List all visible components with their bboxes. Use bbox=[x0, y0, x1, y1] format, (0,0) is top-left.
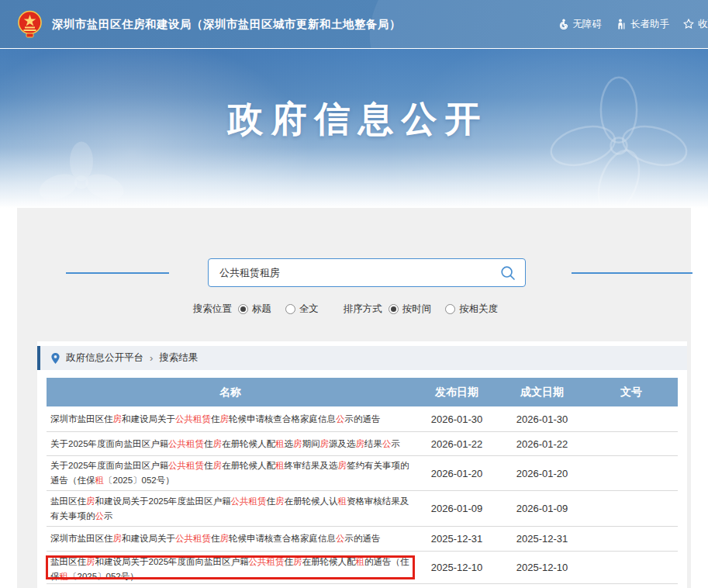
radio-unselected-icon[interactable] bbox=[285, 304, 295, 314]
column-header-name: 名称 bbox=[47, 386, 414, 399]
publish-date-cell: 2026-01-09 bbox=[414, 503, 499, 514]
star-icon bbox=[683, 19, 694, 29]
highlighted-keyword: 房 bbox=[213, 461, 223, 470]
result-title-cell: 关于2025年度面向盐田区户籍公共租赁住房在册轮候人配租终审结果及选房签约有关事… bbox=[47, 458, 414, 488]
written-date-cell: 2026-01-20 bbox=[499, 468, 585, 479]
decorative-line-left bbox=[66, 272, 169, 274]
filter-group-label: 排序方式 bbox=[344, 303, 382, 316]
result-title-link[interactable]: 关于2025年度面向盐田区户籍公共租赁住房在册轮候人配租选房期间房源及选房结果公… bbox=[50, 439, 400, 448]
highlighted-keyword: 公 bbox=[95, 511, 105, 521]
highlighted-keyword: 房 bbox=[275, 496, 285, 506]
highlighted-keyword: 公共租赁 bbox=[168, 439, 204, 448]
highlighted-keyword: 房 bbox=[86, 557, 95, 566]
search-icon[interactable] bbox=[500, 265, 516, 281]
result-title-link[interactable]: 盐田区住房和建设局关于2025年度面向盐田区户籍公共租赁住房在册轮候人配租的通告… bbox=[50, 557, 409, 581]
highlighted-keyword: 租 bbox=[60, 572, 69, 581]
breadcrumb-current: 搜索结果 bbox=[159, 351, 198, 365]
highlighted-keyword: 房 bbox=[220, 534, 230, 543]
highlighted-keyword: 公共租赁 bbox=[175, 534, 211, 543]
column-header-doc-number: 文号 bbox=[585, 386, 678, 399]
highlighted-keyword: 租 bbox=[95, 476, 105, 485]
header-link-label: 长者助手 bbox=[630, 18, 669, 31]
page-title: 政府信息公开 bbox=[0, 95, 708, 144]
table-row[interactable]: 深圳市盐田区住房和建设局关于公共租赁住房轮候申请核查合格家庭信息公示的通告202… bbox=[47, 527, 678, 552]
breadcrumb-root-link[interactable]: 政府信息公开平台 bbox=[66, 351, 143, 365]
table-row[interactable]: 关于2025年度面向盐田区户籍公共租赁住房在册轮候人配租终审结果及选房签约有关事… bbox=[47, 456, 678, 491]
radio-selected-icon[interactable] bbox=[238, 304, 248, 314]
radio-option-label: 按时间 bbox=[402, 303, 432, 316]
agency-title-link[interactable]: 深圳市盐田区住房和建设局（深圳市盐田区城市更新和土地整备局） bbox=[52, 17, 401, 32]
radio-selected-icon[interactable] bbox=[389, 304, 399, 314]
page: 深圳市盐田区住房和建设局（深圳市盐田区城市更新和土地整备局） 无障碍长者助手收藏 bbox=[0, 0, 708, 588]
highlighted-keyword: 租 bbox=[275, 439, 285, 448]
header-link-accessibility[interactable]: 无障碍 bbox=[558, 18, 603, 31]
radio-option[interactable]: 按时间 bbox=[389, 303, 432, 316]
radio-unselected-icon[interactable] bbox=[445, 304, 455, 314]
national-emblem-icon bbox=[17, 10, 43, 39]
written-date-cell: 2026-01-09 bbox=[499, 503, 585, 514]
location-pin-icon bbox=[51, 353, 60, 364]
table-row[interactable]: 盐田区住房和建设局关于2025年度盐田区户籍公共租赁住房在册轮候人认租资格审核结… bbox=[47, 491, 678, 527]
publish-date-cell: 2026-01-22 bbox=[414, 438, 499, 450]
highlighted-keyword: 房 bbox=[86, 496, 95, 506]
column-header-publish-date: 发布日期 bbox=[414, 386, 499, 399]
radio-option-label: 全文 bbox=[299, 303, 319, 316]
results-card: 政府信息公开平台 › 搜索结果 名称 发布日期 成文日期 文号 深圳市盐田区住房… bbox=[37, 341, 687, 588]
radio-option[interactable]: 全文 bbox=[285, 303, 319, 316]
radio-option-label: 按相关度 bbox=[459, 303, 498, 316]
highlighted-keyword: 公 bbox=[382, 439, 392, 448]
highlighted-keyword: 房 bbox=[213, 439, 223, 448]
search-box bbox=[208, 258, 526, 287]
result-title-link[interactable]: 盐田区住房和建设局关于2025年度盐田区户籍公共租赁住房在册轮候人认租资格审核结… bbox=[50, 496, 409, 521]
search-filters: 搜索位置标题全文排序方式按时间按相关度 bbox=[17, 303, 691, 316]
result-title-cell: 深圳市盐田区住房和建设局关于公共租赁住房轮候申请核查合格家庭信息公示的通告 bbox=[47, 412, 414, 427]
breadcrumb-separator: › bbox=[150, 352, 153, 364]
table-row[interactable]: 关于2025年度面向盐田区户籍公共租赁住房在册轮候人配租选房期间房源及选房结果公… bbox=[47, 432, 678, 456]
highlighted-keyword: 租 bbox=[356, 557, 365, 566]
highlighted-keyword: 公共租赁 bbox=[168, 461, 204, 470]
table-row[interactable]: 盐田区住房和建设局关于2025年度面向盐田区户籍公共租赁住房在册轮候人配租的通告… bbox=[47, 552, 678, 584]
breadcrumb: 政府信息公开平台 › 搜索结果 bbox=[37, 346, 687, 370]
publish-date-cell: 2026-01-20 bbox=[414, 468, 499, 479]
result-title-cell: 深圳市盐田区住房和建设局关于公共租赁住房轮候申请核查合格家庭信息公示的通告 bbox=[47, 531, 414, 546]
highlighted-keyword: 公共租赁 bbox=[231, 496, 267, 506]
search-input[interactable] bbox=[209, 259, 525, 286]
result-title-link[interactable]: 深圳市盐田区住房和建设局关于公共租赁住房轮候申请核查合格家庭信息公示的通告 bbox=[50, 534, 381, 543]
publish-date-cell: 2025-12-31 bbox=[414, 533, 499, 545]
highlighted-keyword: 房 bbox=[293, 439, 302, 448]
breadcrumb-stripe bbox=[37, 346, 40, 370]
result-title-link[interactable]: 深圳市盐田区住房和建设局关于公共租赁住房轮候申请核查合格家庭信息公示的通告 bbox=[50, 414, 381, 424]
written-date-cell: 2026-01-22 bbox=[499, 438, 585, 450]
header-link-label: 收藏 bbox=[698, 18, 708, 31]
written-date-cell: 2025-12-10 bbox=[499, 562, 585, 573]
results-table: 名称 发布日期 成文日期 文号 深圳市盐田区住房和建设局关于公共租赁住房轮候申请… bbox=[47, 378, 678, 584]
highlighted-keyword: 房 bbox=[293, 557, 302, 566]
decorative-line-right bbox=[572, 272, 692, 274]
highlighted-keyword: 房 bbox=[320, 439, 330, 448]
highlighted-keyword: 公共租赁 bbox=[175, 414, 211, 424]
highlighted-keyword: 房 bbox=[356, 439, 365, 448]
written-date-cell: 2025-12-31 bbox=[499, 533, 585, 545]
filter-group-0: 搜索位置标题全文 bbox=[193, 303, 325, 316]
table-header-row: 名称 发布日期 成文日期 文号 bbox=[47, 378, 678, 406]
publish-date-cell: 2025-12-10 bbox=[414, 562, 499, 573]
accessibility-icon bbox=[558, 19, 569, 29]
radio-option-label: 标题 bbox=[252, 303, 271, 316]
header-link-label: 无障碍 bbox=[573, 18, 603, 31]
result-title-link[interactable]: 关于2025年度面向盐田区户籍公共租赁住房在册轮候人配租终审结果及选房签约有关事… bbox=[50, 461, 409, 485]
filter-group-1: 排序方式按时间按相关度 bbox=[344, 303, 505, 316]
banner: 政府信息公开 bbox=[0, 48, 708, 208]
highlighted-keyword: 房 bbox=[220, 414, 230, 424]
column-header-written-date: 成文日期 bbox=[499, 386, 585, 399]
header-link-favorite[interactable]: 收藏 bbox=[683, 18, 708, 31]
result-title-cell: 盐田区住房和建设局关于2025年度面向盐田区户籍公共租赁住房在册轮候人配租的通告… bbox=[47, 552, 414, 581]
header-link-elder-helper[interactable]: 长者助手 bbox=[616, 18, 669, 31]
highlighted-keyword: 租 bbox=[275, 461, 285, 470]
radio-option[interactable]: 标题 bbox=[238, 303, 271, 316]
highlighted-keyword: 公 bbox=[336, 534, 345, 543]
highlighted-keyword: 房 bbox=[113, 534, 123, 543]
written-date-cell: 2026-01-30 bbox=[499, 413, 585, 425]
radio-option[interactable]: 按相关度 bbox=[445, 303, 498, 316]
table-row[interactable]: 深圳市盐田区住房和建设局关于公共租赁住房轮候申请核查合格家庭信息公示的通告202… bbox=[47, 406, 678, 432]
result-title-cell: 关于2025年度面向盐田区户籍公共租赁住房在册轮候人配租选房期间房源及选房结果公… bbox=[47, 437, 414, 451]
